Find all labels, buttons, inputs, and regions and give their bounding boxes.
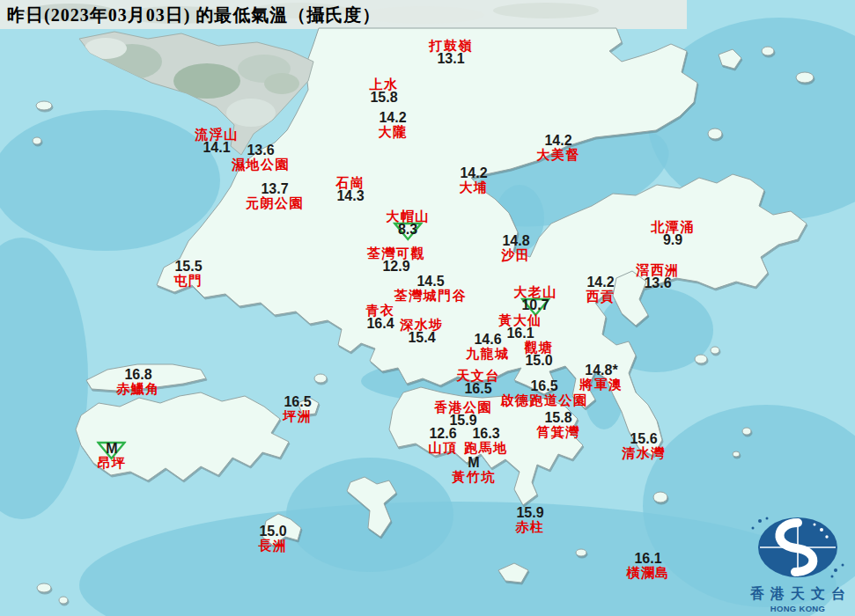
stations-layer: 打鼓嶺 13.1 上水 15.8 大隴 14.2 流浮山 [0,0,855,616]
weather-station: 觀塘 15.0 [525,341,554,369]
station-name-label: 濕地公園 [232,158,290,171]
weather-station: 昂坪 M [98,442,127,470]
station-name-label: 黃大仙 [498,313,542,326]
station-name-label: 流浮山 [195,128,239,141]
weather-station: 西貢 14.2 [586,275,615,304]
station-name-label: 啟德跑道公園 [501,393,588,407]
station-min-temp-value: 15.8 [370,91,397,105]
station-min-temp-value: 15.8 [544,411,571,425]
weather-station: 清水灣 15.6 [622,432,666,460]
weather-station: 屯門 15.5 [174,260,203,288]
weather-station: 深水埗 15.4 [400,318,444,346]
station-min-temp-value: 16.4 [366,317,394,331]
station-min-temp-value: 16.5 [530,379,557,393]
hko-logo-name-zh: 香港天文台 [742,585,853,604]
station-min-temp-value: 13.7 [261,182,288,196]
weather-station: 北潭涌 9.9 [651,220,695,248]
station-min-temp-value: 15.0 [259,524,286,539]
station-min-temp-value: 14.3 [336,189,364,203]
station-name-label: 滘西洲 [636,263,680,276]
weather-station: 上水 15.8 [370,77,399,106]
station-min-temp-value: 16.5 [464,382,491,396]
weather-station: 元朗公園 13.7 [246,182,304,210]
weather-station: 跑馬地 16.3 [464,427,508,455]
station-min-temp-value: 14.2 [586,275,614,290]
station-min-temp-value: 14.1 [203,141,230,155]
weather-station: 荃灣城門谷 14.5 [394,275,468,303]
station-name-label: 大隴 [379,125,408,138]
weather-station: 山頂 12.6 [429,427,458,455]
station-min-temp-value: 14.2 [460,166,487,180]
station-name-label: 坪洲 [284,409,313,422]
station-name-label: 荃灣可觀 [367,246,425,260]
hko-logo-name-en: HONG KONG OBSERVATORY [742,604,853,616]
station-min-temp-value: 16.8 [124,368,151,382]
station-min-temp-value: 8.3 [398,223,417,237]
station-min-temp-value: 12.9 [382,260,409,274]
station-name-label: 青衣 [366,304,395,317]
hko-logo-icon [742,514,853,581]
weather-station: 赤柱 15.9 [516,506,545,534]
station-name-label: 屯門 [174,274,203,287]
station-name-label: 大美督 [536,148,580,161]
station-min-temp-value: 15.6 [630,432,657,446]
station-min-temp-value: 12.6 [429,427,456,441]
weather-station: 大美督 14.2 [536,134,580,162]
weather-station: 濕地公園 13.6 [232,143,290,172]
station-min-temp-value: 15.5 [174,260,202,274]
weather-station: 青衣 16.4 [366,304,395,332]
station-name-label: 深水埗 [400,318,444,331]
page-title: 昨日(2023年03月03日) 的最低氣溫（攝氏度） [7,4,380,27]
weather-station: 九龍城 14.6 [466,333,510,361]
station-name-label: 石崗 [336,176,365,189]
station-min-temp-value: 14.8* [585,363,617,378]
weather-station: 啟德跑道公園 16.5 [501,379,588,407]
weather-station: 大老山 10.7 [513,285,557,313]
weather-station: 筲箕灣 15.8 [536,411,580,439]
station-min-temp-value: 9.9 [663,233,682,247]
station-name-label: 元朗公園 [246,196,304,209]
station-min-temp-value: 13.6 [644,276,671,290]
station-name-label: 大帽山 [386,209,430,223]
station-name-label: 九龍城 [466,347,510,360]
weather-station: 沙田 14.8 [502,234,531,262]
station-min-temp-value: 10.7 [521,298,549,312]
station-name-label: 橫瀾島 [626,566,670,579]
station-name-label: 北潭涌 [651,220,695,233]
station-min-temp-value: 14.2 [544,134,571,148]
station-name-label: 沙田 [502,248,531,261]
weather-station: 滘西洲 13.6 [636,263,680,291]
station-min-temp-value: M [468,456,479,470]
station-min-temp-value: 13.1 [437,52,464,66]
station-name-label: 上水 [370,77,399,91]
station-min-temp-value: 16.5 [284,395,311,409]
station-name-label: 大老山 [513,285,557,298]
weather-station: 大帽山 8.3 [386,209,430,238]
station-min-temp-value: 15.9 [516,506,543,520]
station-min-temp-value: 16.3 [472,427,499,441]
weather-station: 大埔 14.2 [460,166,489,194]
station-min-temp-value: 14.6 [474,333,501,347]
station-min-temp-value: 15.4 [408,331,435,345]
station-name-label: 天文台 [456,369,500,382]
station-name-label: 觀塘 [525,341,554,354]
hko-min-temperature-map: 昨日(2023年03月03日) 的最低氣溫（攝氏度） 打鼓嶺 13.1 上水 1… [0,0,855,616]
weather-station: 長洲 15.0 [259,524,288,553]
weather-station: 石崗 14.3 [336,176,365,204]
station-min-temp-value: 14.5 [416,275,444,289]
weather-station: 赤鱲角 16.8 [116,368,160,396]
station-min-temp-value: 14.2 [379,111,406,125]
station-name-label: 長洲 [259,539,288,552]
weather-station: 橫瀾島 16.1 [626,552,670,580]
station-name-label: 荃灣城門谷 [394,289,468,302]
station-name-label: 大埔 [460,180,489,194]
weather-station: 荃灣可觀 12.9 [367,246,425,275]
station-min-temp-value: M [106,442,117,456]
station-name-label: 赤柱 [516,520,545,533]
station-min-temp-value: 15.0 [525,354,552,368]
station-name-label: 西貢 [586,290,615,303]
weather-station: 打鼓嶺 13.1 [429,39,473,67]
station-min-temp-value: 16.1 [634,552,661,566]
weather-station: 坪洲 16.5 [284,395,313,423]
station-name-label: 跑馬地 [464,441,508,454]
